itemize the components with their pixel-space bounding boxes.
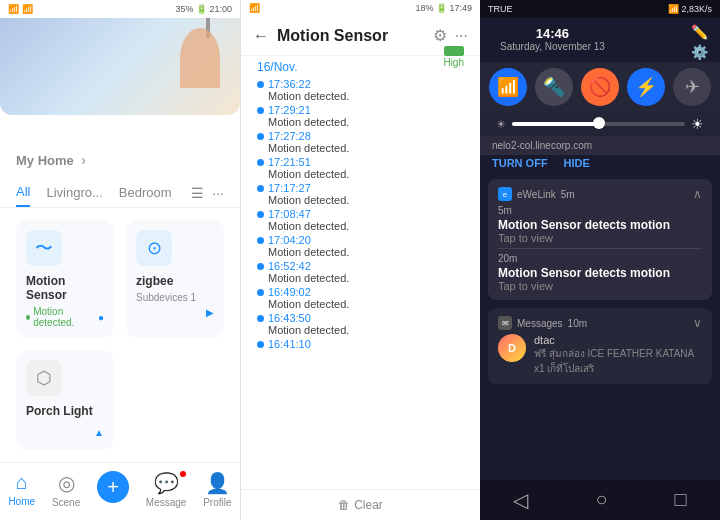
notif-duration-2: 20m bbox=[498, 253, 702, 264]
tab-bedroom[interactable]: Bedroom bbox=[119, 179, 172, 206]
device-card-porch-light[interactable]: ⬡ Porch Light ▲ bbox=[16, 350, 114, 450]
tab-icons: ☰ ··· bbox=[191, 185, 224, 201]
log-time: 17:08:47 bbox=[257, 208, 464, 220]
clear-button[interactable]: 🗑 Clear bbox=[338, 498, 383, 512]
list-view-icon[interactable]: ☰ bbox=[191, 185, 204, 201]
log-time: 16:41:10 bbox=[257, 338, 464, 350]
edit-icon[interactable]: ✏️ bbox=[691, 24, 708, 40]
motion-sensor-status: Motion detected. ● bbox=[26, 306, 104, 328]
nav-home-label: Home bbox=[8, 496, 35, 507]
message-icon: 💬 bbox=[154, 471, 179, 495]
motion-sensor-indicator: ● bbox=[98, 312, 104, 323]
clock-date: Saturday, November 13 bbox=[492, 41, 613, 56]
log-desc: Motion detected. bbox=[268, 246, 464, 258]
log-time: 16:49:02 bbox=[257, 286, 464, 298]
notif-separator bbox=[498, 248, 702, 249]
nav-scene[interactable]: ◎ Scene bbox=[52, 471, 80, 508]
message-row: D dtac ฟรี สุ่มกล่อง ICE FEATHER KATANA … bbox=[498, 334, 702, 376]
brightness-low-icon: ☀ bbox=[496, 118, 506, 131]
status-left-2: 📶 bbox=[249, 3, 260, 13]
turn-off-button[interactable]: TURN OFF bbox=[492, 157, 548, 169]
tab-all[interactable]: All bbox=[16, 178, 30, 207]
panel3-top-row: 14:46 Saturday, November 13 ✏️ ⚙️ bbox=[480, 18, 720, 62]
zigbee-arrow: ▶ bbox=[136, 307, 214, 318]
msg-expand-icon[interactable]: ∨ bbox=[693, 316, 702, 330]
motion-sensor-name: Motion Sensor bbox=[26, 274, 104, 302]
message-sender: dtac bbox=[534, 334, 702, 346]
status-right-3: 📶 2,83K/s bbox=[668, 4, 712, 14]
zigbee-name: zigbee bbox=[136, 274, 214, 288]
recent-nav-button[interactable]: □ bbox=[674, 488, 686, 512]
notif-header: e eWeLink 5m ∧ bbox=[498, 187, 702, 201]
wifi-icon: 📶 bbox=[497, 76, 519, 98]
status-left-1: 📶 📶 bbox=[8, 4, 33, 14]
log-date: 16/Nov. High bbox=[241, 56, 480, 78]
more-options-icon-2[interactable]: ··· bbox=[455, 27, 468, 45]
log-time: 17:04:20 bbox=[257, 234, 464, 246]
porch-light-name: Porch Light bbox=[26, 404, 104, 418]
log-dot bbox=[257, 289, 264, 296]
battery-bar bbox=[444, 46, 464, 56]
messages-notification[interactable]: ✉ Messages 10m ∨ D dtac ฟรี สุ่มกล่อง IC… bbox=[488, 308, 712, 384]
flashlight-toggle[interactable]: 🔦 bbox=[535, 68, 573, 106]
messages-icon: ✉ bbox=[498, 316, 512, 330]
home-nav-button[interactable]: ○ bbox=[595, 488, 607, 512]
brightness-slider[interactable]: ☀ ☀ bbox=[480, 112, 720, 136]
expand-icon[interactable]: ∧ bbox=[693, 187, 702, 201]
panel-my-home: 📶 📶 35% 🔋 21:00 My Home › All Livingro..… bbox=[0, 0, 240, 520]
panel2-title: Motion Sensor bbox=[277, 27, 425, 45]
hide-button[interactable]: HIDE bbox=[564, 157, 590, 169]
back-nav-button[interactable]: ◁ bbox=[513, 488, 528, 512]
brightness-thumb bbox=[593, 117, 605, 129]
more-options-icon[interactable]: ··· bbox=[212, 185, 224, 201]
log-time: 17:27:28 bbox=[257, 130, 464, 142]
porch-light-arrow: ▲ bbox=[26, 422, 104, 440]
back-button[interactable]: ← bbox=[253, 27, 269, 45]
status-right-2: 18% 🔋 17:49 bbox=[415, 3, 472, 13]
log-item: 16:41:10 bbox=[257, 338, 464, 350]
msg-app-name: ✉ Messages 10m bbox=[498, 316, 587, 330]
ewelink-icon: e bbox=[498, 187, 512, 201]
device-card-zigbee[interactable]: ⊙ zigbee Subdevices 1 ▶ bbox=[126, 220, 224, 338]
page-title: My Home › bbox=[16, 147, 86, 170]
message-content: dtac ฟรี สุ่มกล่อง ICE FEATHER KATANA x1… bbox=[534, 334, 702, 376]
add-button[interactable]: + bbox=[97, 471, 129, 503]
device-card-motion-sensor[interactable]: 〜 Motion Sensor Motion detected. ● bbox=[16, 220, 114, 338]
tab-living[interactable]: Livingro... bbox=[46, 179, 102, 206]
notif-duration-1: 5m bbox=[498, 205, 702, 216]
notif-body-1: Tap to view bbox=[498, 232, 702, 244]
log-dot bbox=[257, 341, 264, 348]
bluetooth-toggle[interactable]: ⚡ bbox=[627, 68, 665, 106]
message-text: ฟรี สุ่มกล่อง ICE FEATHER KATANA x1 เก็ท… bbox=[534, 346, 702, 376]
log-dot bbox=[257, 185, 264, 192]
sensor-settings-icon[interactable]: ⚙ bbox=[433, 26, 447, 45]
dnd-toggle[interactable]: 🚫 bbox=[581, 68, 619, 106]
nav-profile[interactable]: 👤 Profile bbox=[203, 471, 231, 508]
url-bar: nelo2-col.linecorp.com bbox=[480, 136, 720, 155]
flashlight-icon: 🔦 bbox=[543, 76, 565, 98]
motion-log-list: 17:36:22 Motion detected. 17:29:21 Motio… bbox=[241, 78, 480, 489]
status-bar-2: 📶 18% 🔋 17:49 bbox=[241, 0, 480, 16]
profile-icon: 👤 bbox=[205, 471, 230, 495]
log-item: 17:27:28 Motion detected. bbox=[257, 130, 464, 154]
nav-add[interactable]: + bbox=[97, 471, 129, 508]
log-dot bbox=[257, 159, 264, 166]
zigbee-sub: Subdevices 1 bbox=[136, 292, 214, 303]
nav-home[interactable]: ⌂ Home bbox=[8, 471, 35, 508]
ewelink-notification[interactable]: e eWeLink 5m ∧ 5m Motion Sensor detects … bbox=[488, 179, 712, 300]
log-desc: Motion detected. bbox=[268, 298, 464, 310]
scene-icon: ◎ bbox=[58, 471, 75, 495]
trash-icon: 🗑 bbox=[338, 498, 350, 512]
log-dot bbox=[257, 263, 264, 270]
log-desc: Motion detected. bbox=[268, 220, 464, 232]
nav-scene-label: Scene bbox=[52, 497, 80, 508]
android-nav-bar: ◁ ○ □ bbox=[480, 480, 720, 520]
notif-app-name: e eWeLink 5m bbox=[498, 187, 575, 201]
settings-icon[interactable]: ⚙️ bbox=[691, 44, 708, 60]
sender-avatar: D bbox=[498, 334, 526, 362]
airplane-toggle[interactable]: ✈ bbox=[673, 68, 711, 106]
log-item: 17:21:51 Motion detected. bbox=[257, 156, 464, 180]
log-item: 16:43:50 Motion detected. bbox=[257, 312, 464, 336]
nav-message[interactable]: 💬 Message bbox=[146, 471, 187, 508]
wifi-toggle[interactable]: 📶 bbox=[489, 68, 527, 106]
